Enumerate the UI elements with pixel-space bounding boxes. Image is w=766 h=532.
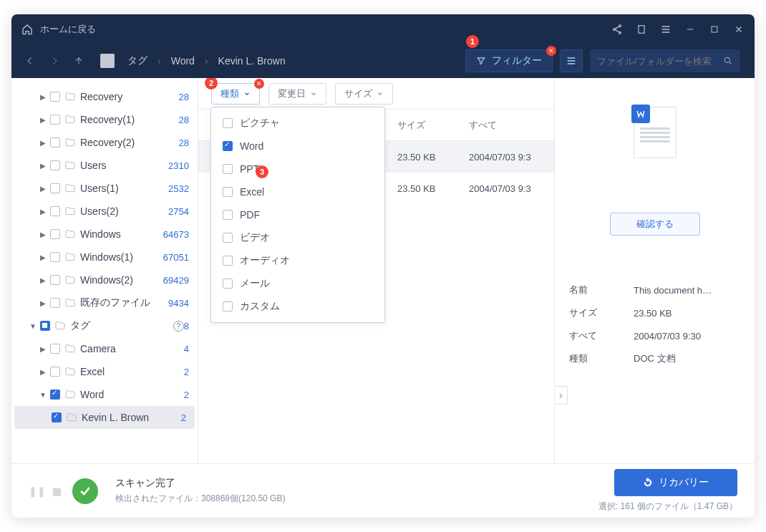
tree-item[interactable]: ▶Camera4 bbox=[11, 337, 198, 360]
checkbox[interactable] bbox=[50, 92, 60, 102]
checkbox[interactable] bbox=[50, 344, 60, 354]
dropdown-item[interactable]: オーディオ bbox=[211, 249, 384, 272]
share-icon[interactable] bbox=[611, 24, 623, 35]
checkbox[interactable] bbox=[40, 321, 50, 331]
close-icon[interactable] bbox=[733, 24, 745, 35]
minimize-icon[interactable] bbox=[684, 24, 696, 35]
back-button[interactable] bbox=[21, 52, 39, 69]
tree-item[interactable]: ▶Excel2 bbox=[11, 360, 198, 383]
filter-label: フィルター bbox=[492, 54, 542, 67]
dropdown-item[interactable]: メール bbox=[211, 272, 384, 295]
dropdown-item[interactable]: カスタム bbox=[211, 295, 384, 318]
tree-count: 28 bbox=[179, 137, 189, 148]
recover-button[interactable]: リカバリー bbox=[614, 469, 737, 496]
maximize-icon[interactable] bbox=[709, 24, 720, 35]
list-view-button[interactable] bbox=[560, 49, 583, 72]
checkbox[interactable] bbox=[50, 252, 60, 262]
done-icon bbox=[72, 478, 98, 504]
dropdown-item[interactable]: ピクチャ bbox=[211, 112, 384, 135]
dropdown-item[interactable]: ビデオ bbox=[211, 226, 384, 249]
tree-item[interactable]: ▶Windows(2)69429 bbox=[11, 269, 198, 291]
checkbox[interactable] bbox=[50, 115, 60, 125]
confirm-button[interactable]: 確認する bbox=[610, 213, 700, 236]
type-filter-button[interactable]: 種類 2 ✕ bbox=[211, 83, 260, 105]
col-size[interactable]: サイズ bbox=[397, 119, 469, 132]
stop-icon[interactable] bbox=[53, 488, 61, 496]
bookmark-icon[interactable] bbox=[636, 24, 647, 35]
crumb-level1[interactable]: Word bbox=[171, 55, 195, 67]
collapse-handle[interactable]: › bbox=[555, 386, 568, 405]
breadcrumb[interactable]: タグ › Word › Kevin L. Brown bbox=[127, 54, 286, 67]
checkbox[interactable] bbox=[223, 187, 233, 197]
tree-item[interactable]: ▶Windows64673 bbox=[11, 223, 198, 246]
tree-item[interactable]: ▶Recovery28 bbox=[11, 85, 198, 108]
tree-item[interactable]: ▶Recovery(2)28 bbox=[11, 131, 198, 154]
checkbox[interactable] bbox=[223, 164, 233, 174]
pause-icon[interactable]: ❚❚ bbox=[29, 485, 46, 497]
dropdown-item[interactable]: Excel bbox=[211, 180, 384, 203]
file-preview bbox=[634, 107, 677, 158]
checkbox[interactable] bbox=[50, 137, 60, 147]
tree-item[interactable]: ▶既存のファイル9434 bbox=[11, 291, 198, 314]
tree-count: 2310 bbox=[168, 160, 189, 171]
tree-label: Windows(1) bbox=[80, 251, 163, 263]
tree-count: 69429 bbox=[163, 275, 189, 286]
filter-button[interactable]: フィルター ✕ bbox=[465, 49, 553, 72]
tree-count: 2 bbox=[181, 412, 186, 423]
search-icon[interactable] bbox=[723, 56, 733, 66]
word-icon bbox=[631, 105, 650, 123]
type-dropdown[interactable]: ピクチャWordPPTExcelPDFビデオオーディオメールカスタム bbox=[210, 107, 385, 323]
tree-item[interactable]: ▼Word2 bbox=[11, 383, 198, 406]
search-input[interactable] bbox=[597, 56, 723, 67]
col-date[interactable]: すべて bbox=[469, 119, 554, 132]
tree-item[interactable]: ▶Users(1)2532 bbox=[11, 177, 198, 200]
checkbox[interactable] bbox=[50, 183, 60, 193]
crumb-level2[interactable]: Kevin L. Brown bbox=[218, 55, 286, 67]
tree-item[interactable]: ▼タグ?8 bbox=[11, 314, 198, 337]
dropdown-item[interactable]: PPT bbox=[211, 158, 384, 180]
checkbox[interactable] bbox=[50, 367, 60, 377]
checkbox[interactable] bbox=[50, 206, 60, 216]
tree-item[interactable]: Kevin L. Brown2 bbox=[14, 406, 195, 429]
checkbox[interactable] bbox=[50, 298, 60, 308]
tree-label: Recovery(2) bbox=[80, 137, 179, 148]
sidebar-tree[interactable]: ▶Recovery28▶Recovery(1)28▶Recovery(2)28▶… bbox=[11, 78, 198, 463]
checkbox[interactable] bbox=[223, 233, 233, 243]
forward-button[interactable] bbox=[46, 52, 63, 69]
up-button[interactable] bbox=[70, 52, 87, 69]
filter-clear-badge[interactable]: ✕ bbox=[546, 46, 556, 56]
help-icon[interactable]: ? bbox=[173, 321, 184, 332]
checkbox[interactable] bbox=[223, 301, 233, 311]
dropdown-item[interactable]: Word bbox=[211, 135, 384, 158]
checkbox[interactable] bbox=[223, 118, 233, 128]
tree-count: 2754 bbox=[168, 206, 189, 217]
tree-item[interactable]: ▶Windows(1)67051 bbox=[11, 246, 198, 269]
checkbox[interactable] bbox=[50, 390, 60, 400]
checkbox[interactable] bbox=[223, 279, 233, 289]
checkbox[interactable] bbox=[223, 210, 233, 220]
date-filter-button[interactable]: 変更日 bbox=[268, 83, 326, 105]
checkbox[interactable] bbox=[223, 256, 233, 266]
menu-icon[interactable] bbox=[660, 24, 672, 35]
tree-item[interactable]: ▶Users2310 bbox=[11, 154, 198, 177]
home-link[interactable]: ホームに戻る bbox=[21, 23, 96, 36]
checkbox[interactable] bbox=[50, 275, 60, 285]
checkbox[interactable] bbox=[50, 229, 60, 239]
size-filter-button[interactable]: サイズ bbox=[335, 83, 393, 105]
dropdown-item[interactable]: PDF bbox=[211, 203, 384, 226]
tree-label: Users bbox=[80, 160, 168, 171]
tree-count: 2 bbox=[184, 390, 189, 400]
svg-point-5 bbox=[724, 57, 729, 62]
type-filter-clear[interactable]: ✕ bbox=[254, 79, 264, 89]
tree-label: Word bbox=[80, 389, 184, 400]
tree-item[interactable]: ▶Users(2)2754 bbox=[11, 200, 198, 223]
search-box[interactable] bbox=[590, 49, 740, 72]
scan-status: スキャン完了 bbox=[115, 477, 285, 490]
crumb-root[interactable]: タグ bbox=[127, 54, 147, 67]
checkbox[interactable] bbox=[52, 412, 62, 422]
tree-count: 2532 bbox=[168, 183, 189, 194]
checkbox[interactable] bbox=[223, 141, 233, 151]
tree-item[interactable]: ▶Recovery(1)28 bbox=[11, 108, 198, 131]
annotation-1: 1 bbox=[466, 35, 479, 48]
checkbox[interactable] bbox=[50, 160, 60, 170]
